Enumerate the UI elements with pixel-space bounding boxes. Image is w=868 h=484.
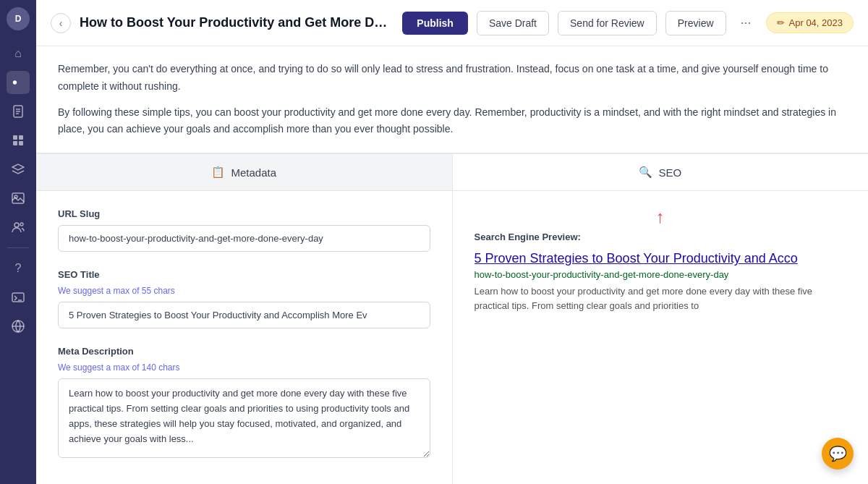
meta-description-hint: We suggest a max of 140 chars	[58, 362, 430, 373]
users-icon[interactable]	[7, 216, 30, 239]
page-title: How to Boost Your Productivity and Get M…	[80, 15, 393, 30]
home-icon[interactable]: ⌂	[7, 42, 30, 65]
seo-tab-label: SEO	[658, 166, 681, 179]
terminal-icon[interactable]	[7, 286, 30, 309]
grid-icon[interactable]	[7, 129, 30, 152]
svg-rect-5	[13, 135, 17, 140]
seo-title-input[interactable]	[58, 302, 430, 328]
metadata-tab[interactable]: 📋 Metadata	[36, 154, 452, 191]
layers-icon[interactable]	[7, 158, 30, 181]
chat-icon: 💬	[829, 445, 847, 462]
document-icon[interactable]	[7, 100, 30, 123]
save-draft-button[interactable]: Save Draft	[477, 11, 549, 35]
sidebar-divider	[7, 247, 29, 248]
metadata-tab-icon: 📋	[211, 166, 225, 179]
feed-icon[interactable]	[7, 71, 30, 94]
preview-button[interactable]: Preview	[665, 11, 726, 35]
url-slug-input[interactable]	[58, 225, 430, 252]
seo-arrow-indicator: ↑	[475, 208, 847, 226]
seo-body: ↑ Search Engine Preview: 5 Proven Strate…	[453, 191, 869, 330]
topbar: ‹ How to Boost Your Productivity and Get…	[36, 0, 868, 46]
seo-section: 🔍 SEO ↑ Search Engine Preview: 5 Proven …	[453, 154, 869, 484]
url-slug-label: URL Slug	[58, 208, 430, 219]
seo-title-field-group: SEO Title We suggest a max of 55 chars	[58, 269, 430, 328]
meta-description-label: Meta Description	[58, 346, 430, 357]
metadata-section: 📋 Metadata URL Slug SEO Title We suggest…	[36, 154, 453, 484]
date-badge: ✏ Apr 04, 2023	[766, 12, 854, 33]
seo-preview-label: Search Engine Preview:	[475, 232, 847, 242]
globe-icon[interactable]	[7, 315, 30, 338]
seo-title-hint: We suggest a max of 55 chars	[58, 286, 430, 296]
svg-rect-7	[13, 141, 17, 145]
help-icon[interactable]: ?	[7, 257, 30, 280]
seo-title-label: SEO Title	[58, 269, 430, 280]
article-paragraph-2: By following these simple tips, you can …	[58, 104, 846, 139]
seo-preview-url: how-to-boost-your-productivity-and-get-m…	[475, 269, 847, 280]
svg-rect-8	[19, 141, 23, 145]
back-button[interactable]: ‹	[51, 13, 71, 33]
pencil-icon: ✏	[777, 17, 785, 28]
meta-description-field-group: Meta Description We suggest a max of 140…	[58, 346, 430, 461]
seo-preview-title[interactable]: 5 Proven Strategies to Boost Your Produc…	[475, 251, 847, 266]
svg-point-11	[14, 223, 19, 227]
article-body: Remember, you can't do everything at onc…	[36, 46, 868, 153]
main-content: ‹ How to Boost Your Productivity and Get…	[36, 0, 868, 484]
panel-container: 📋 Metadata URL Slug SEO Title We suggest…	[36, 153, 868, 484]
meta-description-textarea[interactable]: Learn how to boost your productivity and…	[58, 378, 430, 458]
seo-tab[interactable]: 🔍 SEO	[453, 154, 869, 191]
image-icon[interactable]	[7, 187, 30, 210]
metadata-body: URL Slug SEO Title We suggest a max of 5…	[36, 191, 452, 484]
article-paragraph-1: Remember, you can't do everything at onc…	[58, 61, 846, 95]
svg-point-0	[13, 80, 17, 84]
seo-arrow-icon: ↑	[656, 208, 665, 226]
more-options-button[interactable]: ···	[735, 12, 757, 33]
svg-rect-6	[19, 135, 23, 140]
url-slug-field-group: URL Slug	[58, 208, 430, 252]
date-label: Apr 04, 2023	[789, 17, 843, 28]
sidebar: D ⌂ ?	[0, 0, 36, 484]
publish-button[interactable]: Publish	[402, 12, 468, 35]
send-review-button[interactable]: Send for Review	[558, 11, 657, 35]
avatar: D	[7, 7, 30, 30]
metadata-tab-label: Metadata	[231, 166, 276, 179]
chat-fab-button[interactable]: 💬	[822, 438, 854, 470]
seo-search-icon: 🔍	[639, 166, 652, 179]
content-area: Remember, you can't do everything at onc…	[36, 46, 868, 484]
svg-point-12	[20, 223, 23, 226]
seo-preview-description: Learn how to boost your productivity and…	[475, 284, 847, 313]
